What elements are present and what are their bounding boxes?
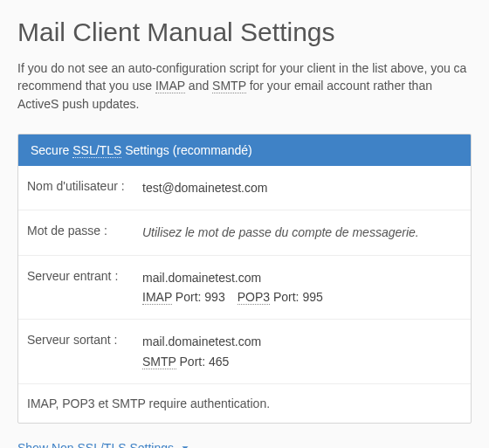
ssl-settings-panel: Secure SSL/TLS Settings (recommandé) Nom… xyxy=(17,134,472,424)
intro-text: If you do not see an auto-configuration … xyxy=(17,59,472,113)
row-incoming: Serveur entrant : mail.domainetest.com I… xyxy=(18,256,471,320)
incoming-pop3-abbr: POP3 xyxy=(238,290,270,305)
auth-note: IMAP, POP3 et SMTP require authenticatio… xyxy=(18,384,471,423)
panel-header-before: Secure xyxy=(31,143,72,157)
show-nonssl-toggle[interactable]: Show Non SSL/TLS Settings xyxy=(17,441,191,448)
outgoing-server: mail.domainetest.com xyxy=(142,332,462,351)
incoming-imap-port: Port: 993 xyxy=(172,290,225,304)
incoming-imap-abbr: IMAP xyxy=(142,290,172,305)
smtp-abbr: SMTP xyxy=(212,79,246,93)
panel-header-abbr: SSL/TLS xyxy=(72,143,121,158)
intro-between: and xyxy=(185,79,212,93)
password-value: Utilisez le mot de passe du compte de me… xyxy=(142,225,419,239)
username-value: test@domainetest.com xyxy=(142,178,462,197)
panel-header-after: Settings (recommandé) xyxy=(121,143,251,157)
outgoing-smtp-port: Port: 465 xyxy=(176,355,230,369)
panel-header: Secure SSL/TLS Settings (recommandé) xyxy=(18,134,471,166)
username-label: Nom d'utilisateur : xyxy=(27,178,142,197)
password-label: Mot de passe : xyxy=(27,223,142,242)
page-title: Mail Client Manual Settings xyxy=(17,17,472,47)
row-username: Nom d'utilisateur : test@domainetest.com xyxy=(18,166,471,210)
chevron-down-icon xyxy=(179,442,191,448)
toggle-label: Show Non SSL/TLS Settings xyxy=(17,441,174,448)
row-password: Mot de passe : Utilisez le mot de passe … xyxy=(18,210,471,255)
row-outgoing: Serveur sortant : mail.domainetest.com S… xyxy=(18,320,471,384)
incoming-label: Serveur entrant : xyxy=(27,268,142,307)
intro-part2: recommend that you use xyxy=(17,79,155,93)
imap-abbr: IMAP xyxy=(155,79,185,93)
intro-part4: push updates. xyxy=(59,97,139,111)
outgoing-smtp-abbr: SMTP xyxy=(142,355,176,369)
intro-part1: If you do not see an auto-configuration … xyxy=(17,61,466,75)
outgoing-label: Serveur sortant : xyxy=(27,332,142,371)
incoming-pop3-port: Port: 995 xyxy=(270,290,323,304)
incoming-server: mail.domainetest.com xyxy=(142,268,462,287)
